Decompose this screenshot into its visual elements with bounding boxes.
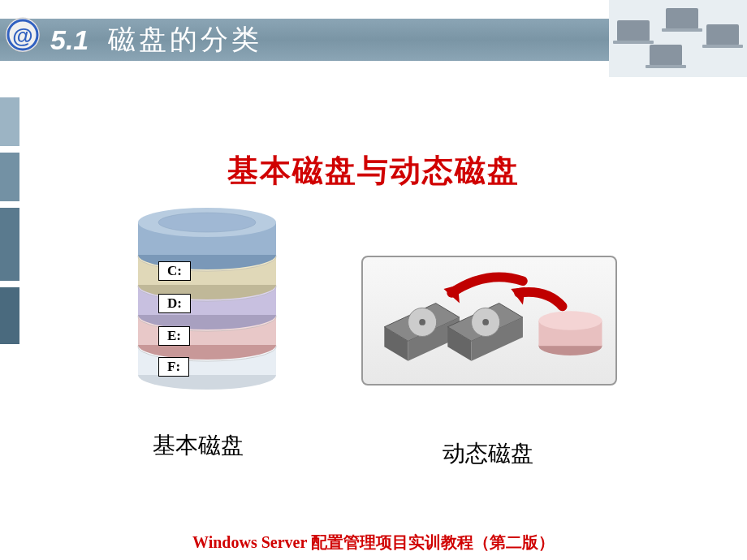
svg-rect-6 [666, 8, 698, 29]
dynamic-disk-graphic [361, 256, 617, 386]
svg-point-38 [482, 319, 489, 325]
svg-rect-5 [613, 41, 654, 44]
header-title: 磁盘的分类 [108, 21, 262, 58]
dynamic-disk-label: 动态磁盘 [443, 438, 533, 469]
svg-rect-9 [702, 45, 743, 48]
basic-disk-graphic [126, 205, 288, 391]
svg-point-31 [158, 213, 256, 232]
drive-f-label: F: [158, 357, 189, 377]
drive-c-label: C: [158, 261, 191, 281]
svg-marker-39 [443, 285, 460, 303]
svg-rect-7 [662, 28, 702, 32]
svg-text:@: @ [12, 24, 32, 48]
svg-rect-11 [646, 65, 686, 68]
drive-e-label: E: [158, 326, 190, 346]
subtitle: 基本磁盘与动态磁盘 [0, 150, 747, 192]
decorative-laptops [609, 0, 747, 77]
left-decoration [0, 97, 19, 351]
svg-point-34 [538, 311, 602, 330]
svg-rect-10 [650, 45, 682, 66]
basic-disk-label: 基本磁盘 [153, 430, 244, 461]
drive-d-label: D: [158, 294, 191, 313]
svg-marker-40 [511, 287, 525, 304]
svg-point-36 [419, 319, 425, 325]
header-number: 5.1 [50, 24, 89, 56]
svg-rect-4 [617, 20, 650, 41]
footer-text: Windows Server 配置管理项目实训教程（第二版） [0, 532, 747, 554]
at-icon: @ [4, 16, 41, 54]
svg-rect-8 [706, 24, 739, 45]
